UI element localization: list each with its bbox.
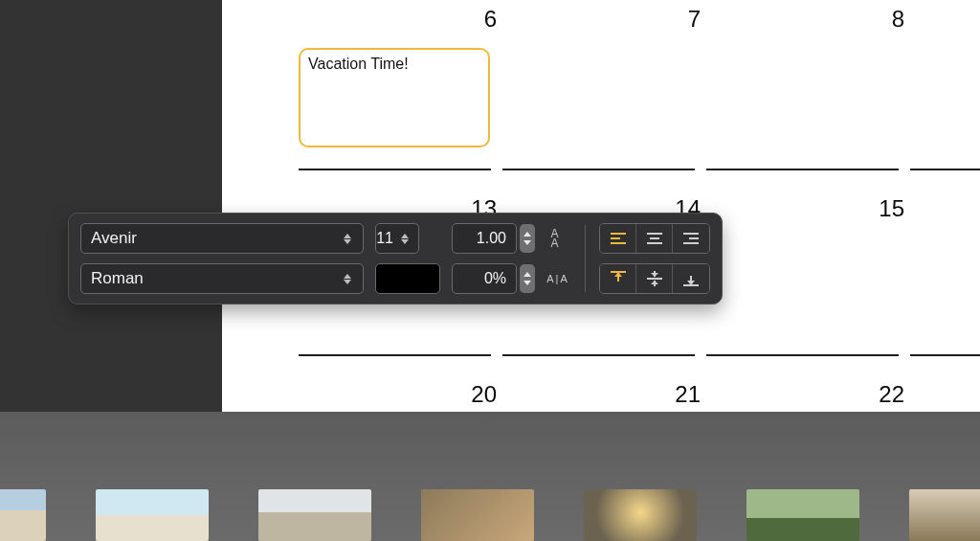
font-family-value: Avenir — [91, 229, 137, 248]
valign-bottom-button[interactable] — [673, 264, 709, 293]
app-sidebar-dark — [0, 0, 222, 412]
event-text: Vacation Time! — [308, 56, 409, 72]
cell-divider — [706, 169, 899, 170]
calendar-canvas[interactable]: 6 Vacation Time! 13 20 7 14 21 8 15 22 — [222, 0, 980, 412]
cell-divider — [910, 354, 980, 356]
cell-divider — [299, 354, 491, 356]
font-style-value: Roman — [91, 269, 144, 288]
font-style-select[interactable]: Roman — [80, 263, 364, 294]
chevron-updown-icon — [342, 274, 353, 284]
day-number: 6 — [484, 6, 497, 33]
horizontal-align-group — [599, 223, 710, 254]
calendar-event-selected[interactable]: Vacation Time! — [299, 48, 490, 147]
photo-thumbnail[interactable] — [0, 489, 46, 541]
day-number: 7 — [688, 6, 701, 33]
day-number: 20 — [471, 381, 497, 408]
tracking-stepper[interactable]: 0% — [452, 263, 535, 294]
font-size-value: 11 — [376, 230, 393, 247]
photo-thumbnail[interactable] — [96, 489, 209, 541]
align-center-button[interactable] — [636, 224, 673, 253]
font-size-stepper[interactable]: 11 — [375, 223, 440, 254]
align-right-button[interactable] — [673, 224, 709, 253]
vertical-align-group — [599, 263, 710, 294]
chevron-updown-icon — [401, 234, 409, 244]
tracking-icon: A|A — [545, 273, 571, 284]
media-tray — [0, 412, 980, 541]
day-number: 21 — [675, 381, 701, 408]
line-spacing-value: 1.00 — [477, 230, 506, 247]
stepper-spinner[interactable] — [520, 224, 535, 253]
valign-middle-button[interactable] — [636, 264, 673, 293]
day-number: 22 — [879, 381, 904, 408]
day-number: 15 — [879, 195, 904, 222]
photo-thumbnail[interactable] — [584, 489, 697, 541]
text-color-well[interactable] — [375, 263, 440, 294]
chevron-updown-icon — [342, 234, 353, 244]
cell-divider — [706, 354, 899, 356]
valign-top-button[interactable] — [600, 264, 636, 293]
photo-thumbnail[interactable] — [258, 489, 371, 541]
day-number: 8 — [892, 6, 904, 33]
photo-thumbnail[interactable] — [421, 489, 534, 541]
font-family-select[interactable]: Avenir — [80, 223, 364, 254]
cell-divider — [502, 169, 695, 170]
cell-divider — [502, 354, 695, 356]
text-format-toolbar: Avenir Roman 11 1.00 AA 0% — [68, 213, 723, 304]
line-spacing-icon: AA — [545, 229, 566, 248]
align-left-button[interactable] — [600, 224, 636, 253]
stepper-spinner[interactable] — [520, 264, 535, 293]
toolbar-divider — [585, 225, 586, 292]
line-spacing-stepper[interactable]: 1.00 — [452, 223, 535, 254]
photo-thumbnail[interactable] — [909, 489, 980, 541]
thumbnail-strip[interactable] — [0, 485, 980, 541]
tracking-value: 0% — [484, 270, 506, 287]
cell-divider — [910, 169, 980, 170]
cell-divider — [299, 169, 491, 170]
photo-thumbnail[interactable] — [746, 489, 859, 541]
